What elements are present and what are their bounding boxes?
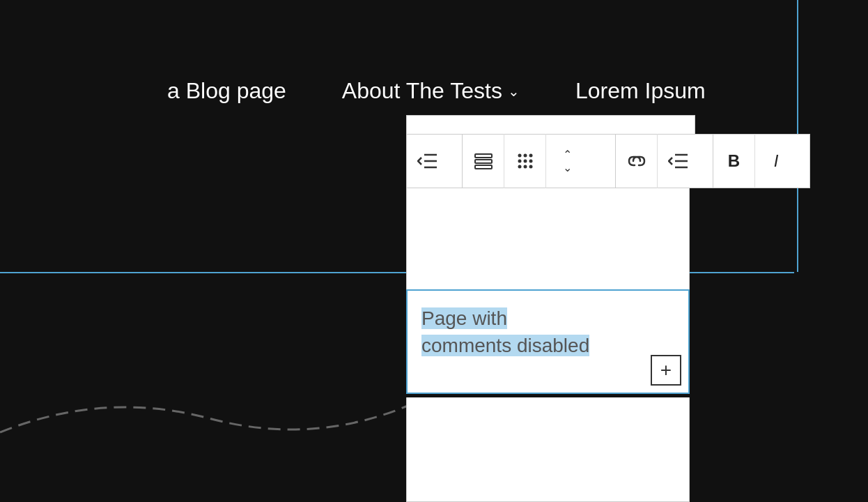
chevron-down-icon: ⌄ <box>508 83 520 100</box>
grid-view-button[interactable] <box>504 134 546 188</box>
dedent2-icon <box>668 152 689 170</box>
editor-toolbar: ⌃ ⌄ B I <box>406 134 810 188</box>
toolbar-group-1 <box>406 134 462 188</box>
highlighted-text-line2: comments disabled <box>421 335 589 356</box>
svg-point-8 <box>529 154 532 158</box>
link-button[interactable] <box>616 134 658 188</box>
dashed-curve-decoration <box>0 376 411 460</box>
arrow-down-icon: ⌄ <box>563 161 572 174</box>
svg-rect-4 <box>475 160 492 163</box>
italic-button[interactable]: I <box>755 134 797 188</box>
selected-text: Page with comments disabled <box>421 307 589 356</box>
svg-point-11 <box>529 160 532 163</box>
nav-item-lorem[interactable]: Lorem Ipsum <box>548 78 734 104</box>
svg-point-6 <box>518 154 521 158</box>
svg-point-10 <box>523 160 527 163</box>
selected-content-box[interactable]: Page with comments disabled + <box>406 289 690 394</box>
dedent-icon <box>417 152 438 170</box>
updown-button[interactable]: ⌃ ⌄ <box>546 134 588 188</box>
editor-panel-bottom <box>406 397 690 502</box>
dedent2-button[interactable] <box>658 134 699 188</box>
toolbar-group-3 <box>615 134 713 188</box>
svg-rect-5 <box>475 165 492 169</box>
toolbar-group-4: B I <box>713 134 810 188</box>
arrow-up-icon: ⌃ <box>563 148 572 161</box>
panel-top-strip <box>406 115 695 136</box>
grid-icon <box>516 152 534 170</box>
svg-point-7 <box>523 154 527 158</box>
add-button[interactable]: + <box>651 355 681 386</box>
toolbar-group-2: ⌃ ⌄ <box>462 134 615 188</box>
nav-item-about[interactable]: About The Tests ⌄ <box>314 78 548 104</box>
nav-item-blog[interactable]: a Blog page <box>139 78 314 104</box>
bold-button[interactable]: B <box>713 134 755 188</box>
list-icon <box>474 152 493 170</box>
svg-point-12 <box>518 165 521 169</box>
list-view-button[interactable] <box>463 134 504 188</box>
selected-text-content: Page with comments disabled <box>408 291 688 373</box>
dedent-button[interactable] <box>407 134 449 188</box>
svg-rect-3 <box>475 154 492 158</box>
highlighted-text-line1: Page with <box>421 307 507 329</box>
svg-point-14 <box>529 165 532 169</box>
link-icon <box>626 152 647 170</box>
editor-panel-top <box>406 188 690 289</box>
svg-point-9 <box>518 160 521 163</box>
top-navigation: a Blog page About The Tests ⌄ Lorem Ipsu… <box>139 78 734 104</box>
svg-point-13 <box>523 165 527 169</box>
